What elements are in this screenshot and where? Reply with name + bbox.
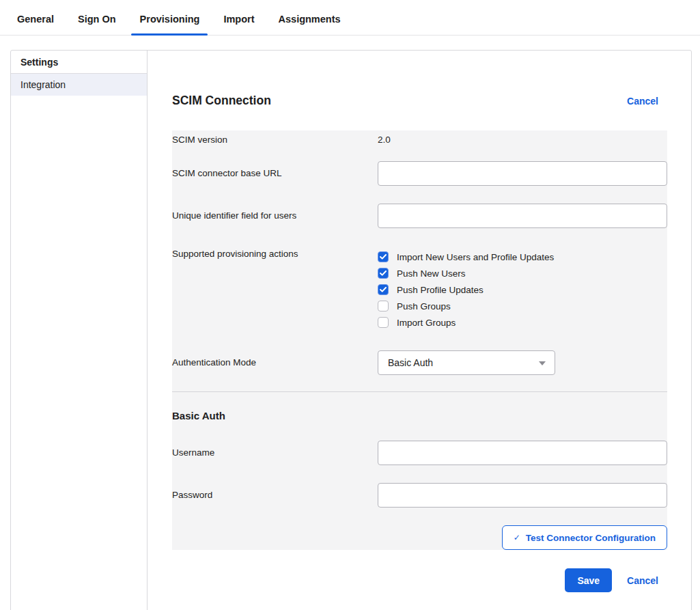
auth-mode-select[interactable]: Basic Auth — [378, 350, 555, 375]
field-row-provisioning-actions: Supported provisioning actions Import Ne… — [172, 249, 667, 331]
provisioning-panel: Settings Integration SCIM Connection Can… — [10, 50, 692, 610]
app-tab-bar: General Sign On Provisioning Import Assi… — [0, 0, 700, 36]
scim-connection-content: SCIM Connection Cancel SCIM version 2.0 … — [148, 51, 691, 610]
checkbox-row-push-profile-updates[interactable]: Push Profile Updates — [378, 281, 667, 298]
section-divider — [172, 391, 667, 392]
checkbox-push-groups[interactable] — [378, 301, 389, 311]
checkbox-import-new-users[interactable] — [378, 251, 389, 262]
auth-mode-label: Authentication Mode — [172, 350, 378, 375]
basic-auth-section-title: Basic Auth — [172, 410, 667, 421]
checkbox-label[interactable]: Import Groups — [397, 318, 456, 328]
settings-sidebar: Settings Integration — [11, 51, 148, 610]
checkbox-row-push-new-users[interactable]: Push New Users — [378, 265, 667, 281]
unique-id-input[interactable] — [378, 204, 667, 228]
provisioning-actions-label: Supported provisioning actions — [172, 249, 378, 331]
provisioning-actions-options: Import New Users and Profile Updates Pus… — [378, 249, 667, 331]
tab-import[interactable]: Import — [223, 14, 254, 35]
unique-id-label: Unique identifier field for users — [172, 204, 378, 228]
checkbox-push-profile-updates[interactable] — [378, 284, 389, 295]
scim-version-label: SCIM version — [172, 135, 378, 145]
check-icon: ✓ — [514, 533, 520, 542]
password-label: Password — [172, 483, 378, 508]
page-title: SCIM Connection — [172, 94, 271, 108]
sidebar-header-settings: Settings — [11, 51, 147, 74]
dropdown-arrow-icon — [539, 361, 546, 365]
checkmark-icon — [380, 287, 387, 292]
sidebar-item-integration[interactable]: Integration — [11, 74, 147, 96]
field-row-unique-id: Unique identifier field for users — [172, 204, 667, 228]
tab-sign-on[interactable]: Sign On — [78, 14, 116, 35]
form-actions-row: Save Cancel — [172, 568, 667, 592]
cancel-link-bottom[interactable]: Cancel — [627, 575, 658, 586]
checkbox-label[interactable]: Push Profile Updates — [397, 285, 484, 295]
username-label: Username — [172, 441, 378, 465]
checkmark-icon — [380, 254, 387, 260]
username-input[interactable] — [378, 441, 667, 465]
checkmark-icon — [380, 271, 387, 276]
form-heading-row: SCIM Connection Cancel — [172, 94, 667, 108]
auth-mode-selected-value: Basic Auth — [388, 357, 433, 368]
tab-provisioning[interactable]: Provisioning — [140, 14, 200, 35]
checkbox-row-import-new-users[interactable]: Import New Users and Profile Updates — [378, 249, 667, 265]
base-url-input[interactable] — [378, 161, 667, 186]
base-url-label: SCIM connector base URL — [172, 161, 378, 186]
field-row-password: Password — [172, 483, 667, 508]
test-connector-button-label: Test Connector Configuration — [526, 533, 656, 543]
save-button[interactable]: Save — [565, 568, 612, 592]
checkbox-label[interactable]: Push New Users — [397, 268, 466, 279]
scim-version-value: 2.0 — [378, 135, 667, 145]
field-row-auth-mode: Authentication Mode Basic Auth — [172, 350, 667, 375]
checkbox-label[interactable]: Push Groups — [397, 301, 451, 311]
checkbox-label[interactable]: Import New Users and Profile Updates — [397, 252, 554, 262]
tab-general[interactable]: General — [17, 14, 54, 35]
cancel-link-top[interactable]: Cancel — [627, 96, 658, 107]
field-row-scim-version: SCIM version 2.0 — [172, 135, 667, 145]
test-connector-button[interactable]: ✓ Test Connector Configuration — [502, 525, 667, 550]
scim-form: SCIM version 2.0 SCIM connector base URL… — [172, 130, 667, 550]
checkbox-push-new-users[interactable] — [378, 268, 389, 279]
password-input[interactable] — [378, 483, 667, 508]
test-connector-row: ✓ Test Connector Configuration — [172, 525, 667, 550]
tab-assignments[interactable]: Assignments — [279, 14, 341, 35]
checkbox-import-groups[interactable] — [378, 317, 389, 328]
field-row-base-url: SCIM connector base URL — [172, 161, 667, 186]
checkbox-row-import-groups[interactable]: Import Groups — [378, 314, 667, 331]
checkbox-row-push-groups[interactable]: Push Groups — [378, 298, 667, 314]
field-row-username: Username — [172, 441, 667, 465]
